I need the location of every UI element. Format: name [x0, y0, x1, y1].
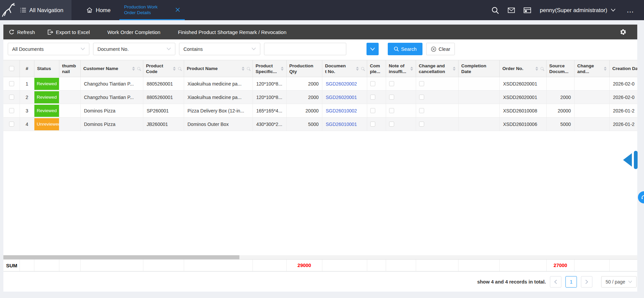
table-row: 1ReviewedChangzhou Tiantian P...88052600…: [3, 77, 637, 91]
floating-help-button[interactable]: [638, 191, 644, 203]
column-header-note_insufficient[interactable]: Note ofinsuffi...: [386, 60, 416, 77]
previous-page-button[interactable]: [550, 276, 561, 288]
column-header-creation_date[interactable]: Creation Date: [610, 60, 637, 77]
note_insufficient-checkbox[interactable]: [389, 95, 394, 100]
column-header-product_name[interactable]: Product Name: [184, 60, 253, 77]
filter-field-select[interactable]: Document No.: [93, 43, 175, 55]
sort-arrows-icon[interactable]: [604, 67, 607, 71]
sort-arrows-icon[interactable]: [535, 67, 538, 71]
work-order-completion-button[interactable]: Work Order Completion: [107, 29, 160, 35]
pagination-bar: show 4 and 4 records in total. 1 50 / pa…: [3, 272, 637, 292]
cell-creation_date: 2026-01-2: [610, 104, 637, 117]
column-header-product_code[interactable]: ProductCode: [143, 60, 184, 77]
sort-arrows-icon[interactable]: [410, 67, 413, 71]
row-select-checkbox[interactable]: [9, 81, 14, 86]
search-button[interactable]: Search: [388, 43, 422, 55]
home-tab[interactable]: Home: [86, 7, 111, 13]
sum-cell-change_cancellation: [416, 260, 459, 271]
filter-keyword-input[interactable]: [264, 43, 346, 55]
document-scope-select[interactable]: All Documents: [8, 43, 89, 55]
column-search-icon[interactable]: [247, 67, 250, 70]
change_cancellation-checkbox[interactable]: [419, 95, 424, 100]
column-search-icon[interactable]: [178, 67, 181, 70]
sort-arrows-icon[interactable]: [132, 67, 135, 71]
note_insufficient-checkbox[interactable]: [389, 108, 394, 113]
table-row: 2ReviewedChangzhou Tiantian P...88052600…: [3, 91, 637, 104]
column-label: Creation Date: [612, 66, 637, 71]
document-link[interactable]: SGD26020002: [326, 81, 357, 87]
select-all-checkbox[interactable]: [9, 66, 14, 71]
cell-order_no: XSDD26010008: [500, 104, 547, 117]
column-header-change_and[interactable]: Changeand...: [575, 60, 610, 77]
cell-change_and: [575, 118, 610, 131]
clear-button[interactable]: Clear: [426, 43, 455, 55]
next-page-button[interactable]: [581, 276, 592, 288]
page-size-select[interactable]: 50 / page: [601, 276, 637, 288]
sort-arrows-icon[interactable]: [281, 67, 284, 71]
column-header-completion_date[interactable]: CompletionDate: [459, 60, 500, 77]
all-navigation-button[interactable]: All Navigation: [20, 7, 63, 13]
column-search-icon[interactable]: [137, 67, 140, 70]
completed-checkbox[interactable]: [370, 95, 375, 100]
horizontal-scrollbar-thumb[interactable]: [3, 255, 239, 259]
column-header-index[interactable]: #: [20, 60, 34, 77]
document-link[interactable]: SGD26010001: [326, 122, 357, 127]
chevron-down-icon: [252, 47, 256, 51]
completed-checkbox[interactable]: [370, 122, 375, 127]
column-header-thumbnail[interactable]: thumbnail: [59, 60, 81, 77]
note_insufficient-checkbox[interactable]: [389, 122, 394, 127]
row-select-checkbox[interactable]: [9, 122, 14, 127]
column-header-status[interactable]: Status: [34, 60, 59, 77]
document-link[interactable]: SGD26020001: [326, 95, 357, 100]
cell-select: [3, 91, 20, 104]
export-to-excel-button[interactable]: Export to Excel: [47, 29, 90, 35]
gear-icon[interactable]: [620, 29, 626, 35]
ellipsis-icon[interactable]: …: [626, 8, 635, 12]
sort-arrows-icon[interactable]: [453, 67, 456, 71]
completed-checkbox[interactable]: [370, 108, 375, 113]
page-number-button[interactable]: 1: [565, 276, 577, 288]
document-link[interactable]: SGD26010002: [326, 108, 357, 113]
tab-production-work-order-details[interactable]: Production Work Order Details: [119, 0, 185, 20]
change_cancellation-checkbox[interactable]: [419, 122, 424, 127]
note_insufficient-checkbox[interactable]: [389, 81, 394, 86]
column-label: Customer Name: [83, 66, 118, 71]
refresh-button[interactable]: Refresh: [9, 29, 35, 35]
search-icon[interactable]: [491, 6, 499, 14]
filter-operator-select[interactable]: Contains: [179, 43, 260, 55]
cell-customer_name: Changzhou Tiantian P...: [81, 77, 143, 90]
sort-arrows-icon[interactable]: [242, 67, 244, 71]
close-icon[interactable]: [175, 7, 180, 12]
column-search-icon[interactable]: [540, 67, 544, 70]
column-label: ProductSpecific...: [256, 63, 277, 74]
sum-cell-order_no: [500, 260, 547, 271]
records-summary: show 4 and 4 records in total.: [477, 279, 546, 285]
column-header-product_spec[interactable]: ProductSpecific...: [253, 60, 287, 77]
column-header-production_qty[interactable]: ProductionQty: [287, 60, 322, 77]
sort-arrows-icon[interactable]: [356, 67, 359, 71]
shortage-remark-revocation-button[interactable]: Finished Product Shortage Remark / Revoc…: [178, 29, 287, 35]
headset-icon: [641, 195, 644, 200]
completed-checkbox[interactable]: [370, 81, 375, 86]
column-header-select[interactable]: [3, 60, 20, 77]
workspace-card-icon[interactable]: [524, 7, 531, 13]
mail-icon[interactable]: [508, 7, 515, 13]
expand-filters-button[interactable]: [367, 43, 379, 55]
column-header-order_no[interactable]: Order No.: [500, 60, 547, 77]
column-header-document_no[interactable]: Document No.: [322, 60, 367, 77]
column-header-customer_name[interactable]: Customer Name: [81, 60, 143, 77]
column-header-source_document[interactable]: SourceDocum...: [547, 60, 575, 77]
row-select-checkbox[interactable]: [9, 95, 14, 100]
column-header-change_cancellation[interactable]: Change andcancellation: [416, 60, 459, 77]
change_cancellation-checkbox[interactable]: [419, 81, 424, 86]
sum-row: SUM2900027000: [3, 259, 637, 271]
cell-note_insufficient: [386, 77, 416, 90]
collapse-panel-handle[interactable]: [623, 151, 638, 169]
user-menu[interactable]: penny(Super administrator): [540, 7, 616, 13]
column-search-icon[interactable]: [361, 67, 364, 70]
column-header-completed[interactable]: Comple...: [367, 60, 386, 77]
row-select-checkbox[interactable]: [9, 108, 14, 113]
sort-arrows-icon[interactable]: [173, 67, 176, 71]
column-label: Comple...: [370, 63, 380, 74]
change_cancellation-checkbox[interactable]: [419, 108, 424, 113]
